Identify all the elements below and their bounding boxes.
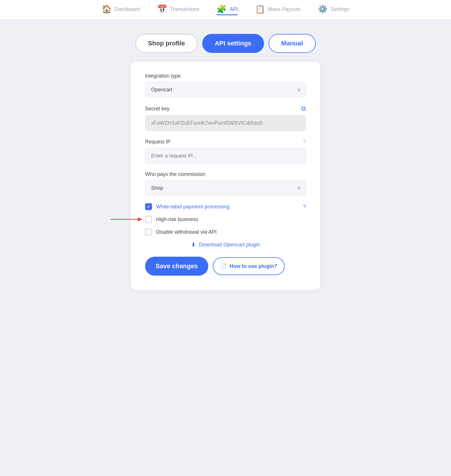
tab-manual[interactable]: Manual (269, 34, 316, 53)
white-label-row: White-label payment processing ? (145, 203, 306, 210)
how-to-use-button[interactable]: 📄 How to use plugin? (213, 257, 285, 275)
nav-settings-label: Settings (331, 6, 349, 12)
integration-type-select-wrapper: Opencart WooCommerce Custom ∨ (145, 82, 306, 97)
secret-key-group: Secret key ⧉ (145, 105, 306, 131)
download-icon: ⬇ (191, 241, 196, 248)
high-risk-checkbox[interactable] (145, 216, 152, 223)
settings-icon: ⚙️ (318, 5, 328, 13)
integration-type-label: Integration type (145, 73, 306, 79)
top-nav: 🏠 Dashboard 📅 Transactions 🧩 API 📋 Mass … (0, 0, 451, 20)
nav-mass-payouts[interactable]: 📋 Mass Payouts (255, 5, 300, 15)
tab-shop-profile[interactable]: Shop profile (135, 34, 197, 53)
white-label-help-icon[interactable]: ? (303, 204, 306, 210)
integration-type-group: Integration type Opencart WooCommerce Cu… (145, 73, 306, 97)
commission-group: Who pays the commission Shop Client ∨ (145, 171, 306, 196)
dashboard-icon: 🏠 (102, 5, 112, 13)
nav-dashboard-label: Dashboard (115, 6, 140, 12)
nav-api-label: API (230, 6, 238, 12)
api-icon: 🧩 (217, 5, 227, 13)
request-ip-input[interactable] (145, 148, 306, 164)
nav-api[interactable]: 🧩 API (217, 5, 238, 15)
request-ip-group: Request IP ? (145, 139, 306, 164)
action-row: Save changes 📄 How to use plugin? (145, 257, 306, 276)
commission-select[interactable]: Shop Client (145, 180, 306, 196)
svg-marker-1 (138, 217, 142, 221)
commission-select-wrapper: Shop Client ∨ (145, 180, 306, 196)
white-label-text: White-label payment processing (156, 204, 299, 210)
settings-card: Integration type Opencart WooCommerce Cu… (131, 62, 320, 290)
nav-transactions[interactable]: 📅 Transactions (157, 5, 199, 15)
high-risk-text: High-risk business (156, 216, 306, 222)
nav-dashboard[interactable]: 🏠 Dashboard (102, 5, 140, 15)
save-changes-button[interactable]: Save changes (145, 257, 208, 276)
secret-key-label: Secret key ⧉ (145, 105, 306, 112)
checkbox-section: White-label payment processing ? High-ri… (145, 203, 306, 235)
page-content: Shop profile API settings Manual Integra… (0, 20, 451, 304)
nav-transactions-label: Transactions (170, 6, 199, 12)
commission-label: Who pays the commission (145, 171, 306, 177)
mass-payouts-icon: 📋 (255, 5, 265, 13)
nav-settings[interactable]: ⚙️ Settings (318, 5, 349, 15)
disable-withdrawal-text: Disable withdrawal via API (156, 229, 306, 235)
tab-group: Shop profile API settings Manual (135, 34, 315, 53)
copy-icon[interactable]: ⧉ (301, 105, 306, 112)
secret-key-input[interactable] (145, 115, 306, 131)
download-plugin-link[interactable]: ⬇ Download Opencart plugin (145, 241, 306, 248)
tab-api-settings[interactable]: API settings (202, 34, 264, 53)
book-icon: 📄 (220, 263, 227, 269)
disable-withdrawal-row: Disable withdrawal via API (145, 229, 306, 235)
integration-type-select[interactable]: Opencart WooCommerce Custom (145, 82, 306, 97)
request-ip-help-icon[interactable]: ? (303, 139, 306, 145)
white-label-checkbox[interactable] (145, 203, 152, 210)
nav-mass-payouts-label: Mass Payouts (268, 6, 300, 12)
request-ip-label: Request IP ? (145, 139, 306, 145)
high-risk-row: High-risk business (145, 216, 306, 223)
transactions-icon: 📅 (157, 5, 167, 13)
disable-withdrawal-checkbox[interactable] (145, 229, 152, 235)
red-arrow-annotation (111, 216, 142, 223)
